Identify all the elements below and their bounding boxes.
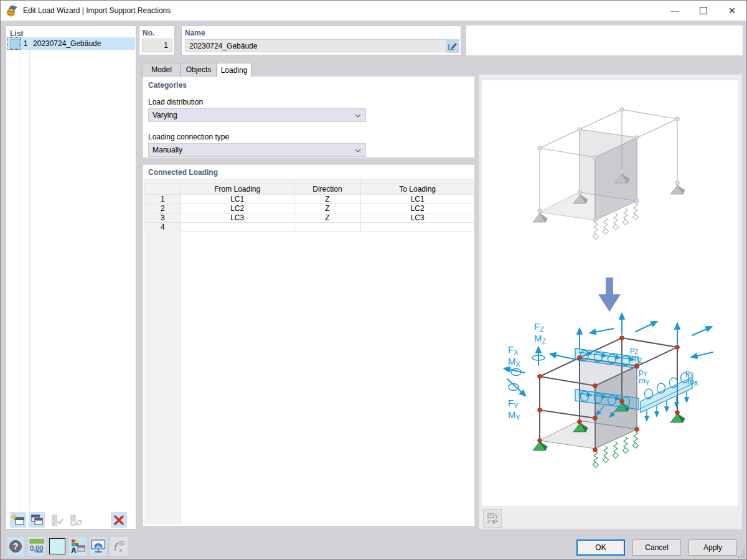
svg-text:?: ? xyxy=(13,541,19,551)
titlebar[interactable]: Edit Load Wizard | Import Support Reacti… xyxy=(1,1,746,21)
load-wizard-icon xyxy=(6,5,18,17)
name-input[interactable]: 20230724_Gebäude xyxy=(185,39,450,52)
list-item-name: 20230724_Gebäude xyxy=(33,39,101,48)
col-to-loading: To Loading xyxy=(361,184,474,195)
find-object-icon: ? xyxy=(8,538,23,554)
display-properties-icon: A xyxy=(70,538,86,554)
list-item-number: 1 xyxy=(21,39,31,48)
categories-header: Categories xyxy=(148,81,187,90)
preview-panel: FZ MZ FX MX FY MY pZ mZ pY mY pX mX xyxy=(479,74,743,530)
name-label: Name xyxy=(185,29,205,37)
find-object-button[interactable]: ? xyxy=(7,537,24,556)
force-labels: FZ MZ FX MX FY MY xyxy=(508,321,547,421)
top-right-empty-panel xyxy=(466,26,743,55)
invert-checks-icon xyxy=(70,514,83,526)
invert-checks-button[interactable] xyxy=(68,512,85,528)
check-all-icon xyxy=(51,514,65,526)
table-row[interactable]: 2LC2 ZLC2 xyxy=(145,204,474,213)
units-settings-button[interactable]: 0,00 xyxy=(28,537,45,556)
name-panel: Name 20230724_Gebäude xyxy=(181,26,461,55)
tab-loading[interactable]: Loading xyxy=(217,63,251,77)
load-direction-diagram: FZ MZ FX MX FY MY pZ mZ pY mY pX mX xyxy=(504,278,713,468)
chevron-down-icon xyxy=(355,114,361,118)
connected-loading-header: Connected Loading xyxy=(148,168,218,177)
list-toolbar xyxy=(6,511,136,529)
no-label: No. xyxy=(143,29,154,37)
load-distribution-label: Load distribution xyxy=(148,98,203,106)
rendering-monitor-icon xyxy=(90,538,106,554)
copy-item-button[interactable] xyxy=(29,512,45,528)
table-row[interactable]: 3LC3 ZLC3 xyxy=(145,213,474,223)
svg-text:x: x xyxy=(118,546,123,554)
background-color-button[interactable] xyxy=(49,538,65,554)
list-panel: List 1 20230724_Gebäude xyxy=(6,26,136,530)
connection-type-select[interactable]: Manually xyxy=(148,143,366,157)
tabstrip: Model Objects Loading xyxy=(143,63,475,77)
maximize-button[interactable] xyxy=(689,1,718,21)
svg-text:FZ: FZ xyxy=(534,321,544,333)
tab-objects[interactable]: Objects xyxy=(181,63,217,77)
copy-item-icon xyxy=(30,514,44,526)
check-all-button[interactable] xyxy=(50,512,66,528)
tab-model[interactable]: Model xyxy=(143,63,181,77)
svg-text:A: A xyxy=(71,546,77,554)
connected-loading-table[interactable]: From Loading Direction To Loading 1LC1 Z… xyxy=(144,179,474,232)
table-band-row xyxy=(145,179,474,184)
edit-load-wizard-dialog: Edit Load Wizard | Import Support Reacti… xyxy=(0,0,747,560)
window-title: Edit Load Wizard | Import Support Reacti… xyxy=(23,6,171,15)
minimize-button[interactable]: — xyxy=(660,1,689,21)
no-field: 1 xyxy=(142,39,172,52)
list-item[interactable]: 1 20230724_Gebäude xyxy=(7,37,135,50)
load-distribution-select[interactable]: Varying xyxy=(148,108,366,122)
formula-fx-icon: f x xyxy=(111,538,127,554)
corner-cell xyxy=(145,184,181,195)
formula-button-disabled[interactable]: f x xyxy=(110,537,128,556)
svg-text:mY: mY xyxy=(639,376,650,386)
apply-button[interactable]: Apply xyxy=(688,539,737,556)
table-row[interactable]: 4 xyxy=(145,223,474,232)
units-decimal-icon: 0,00 xyxy=(29,538,45,555)
preview-canvas[interactable]: FZ MZ FX MX FY MY pZ mZ pY mY pX mX xyxy=(482,80,738,506)
table-row[interactable]: 1LC1 ZLC1 xyxy=(145,195,474,204)
connection-type-value: Manually xyxy=(153,146,182,154)
list-header: List xyxy=(10,29,23,38)
rename-button[interactable] xyxy=(446,39,459,53)
display-properties-button[interactable]: A xyxy=(69,537,87,556)
svg-text:MX: MX xyxy=(508,356,521,368)
rendering-button[interactable] xyxy=(90,537,107,556)
applied-load-arrow xyxy=(598,278,621,312)
list-item-checkbox[interactable] xyxy=(7,37,21,50)
checkbox-fill xyxy=(10,39,20,49)
resize-grip[interactable] xyxy=(738,551,745,558)
categories-section: Categories Load distribution Varying Loa… xyxy=(143,77,475,158)
svg-text:0,00: 0,00 xyxy=(30,544,43,552)
svg-text:MY: MY xyxy=(508,409,521,421)
list-column-divider xyxy=(29,37,30,511)
new-item-icon xyxy=(11,514,25,526)
connected-loading-section: Connected Loading From Loading Direction… xyxy=(143,164,475,526)
distributed-load-labels: pZ mZ pY mY pX mX xyxy=(630,345,698,387)
col-direction: Direction xyxy=(294,184,361,195)
delete-icon xyxy=(113,515,125,526)
table-header-row: From Loading Direction To Loading xyxy=(145,184,474,195)
no-panel: No. 1 xyxy=(139,26,175,55)
close-button[interactable]: × xyxy=(718,1,746,21)
new-item-button[interactable] xyxy=(10,512,26,528)
list-column-divider xyxy=(21,37,21,511)
chevron-down-icon xyxy=(355,149,361,152)
load-distribution-value: Varying xyxy=(153,111,177,119)
svg-text:FY: FY xyxy=(508,398,519,409)
toggle-preview-button[interactable] xyxy=(483,509,502,528)
svg-text:FX: FX xyxy=(508,344,519,356)
switch-view-icon xyxy=(486,512,499,525)
svg-text:f: f xyxy=(114,541,118,553)
connection-type-label: Loading connection type xyxy=(148,133,229,141)
col-from-loading: From Loading xyxy=(181,184,294,195)
cancel-button[interactable]: Cancel xyxy=(632,539,681,556)
model-structure-diagram xyxy=(533,108,685,240)
rename-pencil-icon xyxy=(448,42,458,51)
ok-button[interactable]: OK xyxy=(576,539,625,556)
svg-text:MZ: MZ xyxy=(534,333,547,345)
delete-item-button[interactable] xyxy=(111,512,127,528)
row-number-strip xyxy=(144,231,181,525)
